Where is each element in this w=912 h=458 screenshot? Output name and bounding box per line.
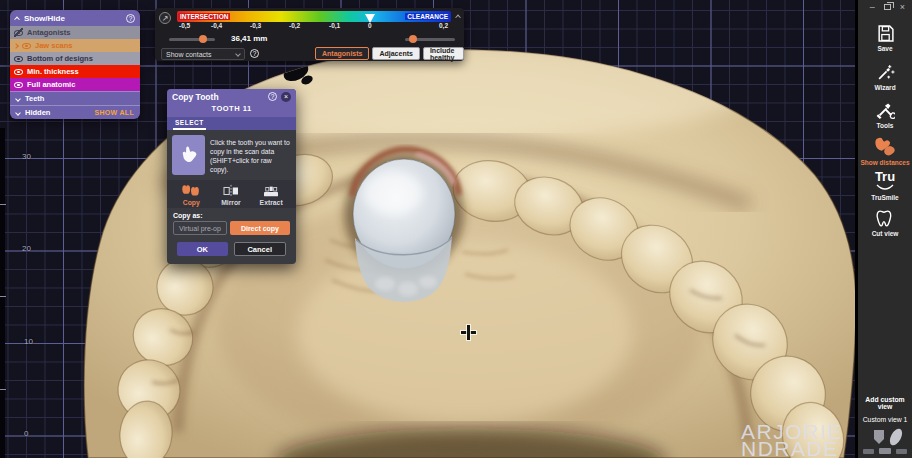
- show-all-button[interactable]: SHOW ALL: [95, 109, 134, 116]
- min-range-slider[interactable]: [169, 38, 215, 41]
- direct-copy-button[interactable]: Direct copy: [230, 221, 290, 235]
- layer-row-jaw-scans[interactable]: Jaw scans: [10, 39, 140, 52]
- eye-icon[interactable]: [14, 67, 23, 76]
- close-button[interactable]: ×: [900, 2, 905, 12]
- show-distances-button[interactable]: Show distances: [858, 136, 912, 166]
- wizard-wand-icon: [876, 63, 895, 82]
- eye-off-icon[interactable]: [14, 28, 23, 37]
- view-orientation-icons[interactable]: [860, 428, 910, 454]
- expand-icon[interactable]: ↗: [159, 12, 171, 24]
- dialog-tabs: SELECT: [167, 117, 296, 130]
- layer-label: Antagonists: [27, 28, 70, 37]
- right-toolbar: – × Save Wizard: [855, 0, 912, 458]
- group-hidden[interactable]: Hidden SHOW ALL: [10, 105, 140, 119]
- expand-chevron-icon[interactable]: [13, 43, 19, 49]
- help-icon[interactable]: ?: [126, 14, 135, 23]
- copy-tooth-dialog: Copy Tooth ? × TOOTH 11 SELECT Click the…: [167, 89, 296, 264]
- tru-logo: Tru: [875, 171, 895, 182]
- collapse-chevron-icon: [14, 17, 20, 23]
- group-label: Hidden: [25, 108, 50, 117]
- hand-select-icon: [178, 144, 200, 166]
- layer-label: Min. thickness: [27, 67, 79, 76]
- adjacents-button[interactable]: Adjacents: [372, 47, 419, 60]
- layer-label: Jaw scans: [35, 41, 73, 50]
- tooth-number-label: TOOTH 11: [167, 104, 296, 117]
- tab-select[interactable]: SELECT: [173, 117, 206, 130]
- select-tooth-tile: [172, 135, 205, 175]
- max-range-slider[interactable]: [405, 38, 455, 41]
- cut-view-icon: [875, 209, 896, 228]
- show-contacts-dropdown[interactable]: Show contacts: [161, 48, 245, 60]
- app-window: 30 20 10 0: [0, 0, 912, 458]
- minimize-button[interactable]: –: [870, 2, 875, 12]
- add-custom-view-button[interactable]: Add custom view: [858, 396, 912, 410]
- smile-arc-icon: [875, 184, 895, 192]
- help-icon[interactable]: ?: [268, 92, 277, 101]
- measurement-value: 36,41 mm: [231, 34, 267, 43]
- layer-row-bottom-of-designs[interactable]: Bottom of designs: [10, 52, 140, 65]
- clearance-gradient-bar[interactable]: INTERSECTION CLEARANCE: [177, 11, 451, 22]
- mode-copy[interactable]: Copy: [180, 184, 202, 206]
- virtual-preop-button[interactable]: Virtual pre-op: [173, 221, 227, 235]
- dialog-header[interactable]: Copy Tooth ? ×: [167, 89, 296, 104]
- include-healthy-button[interactable]: Include healthy: [423, 47, 464, 60]
- collapse-panel-icon[interactable]: [455, 15, 461, 21]
- save-icon: [876, 24, 895, 43]
- show-hide-header[interactable]: Show/Hide ?: [10, 10, 140, 26]
- eye-icon[interactable]: [14, 54, 23, 63]
- cut-view-button[interactable]: Cut view: [858, 209, 912, 237]
- crosshair-cursor: [461, 325, 476, 340]
- tools-button[interactable]: Tools: [858, 101, 912, 129]
- close-icon[interactable]: ×: [281, 92, 291, 102]
- restore-button[interactable]: [884, 4, 891, 10]
- slider-handle[interactable]: [199, 35, 207, 43]
- instruction-text: Click the tooth you want to copy in the …: [210, 135, 291, 175]
- slider-handle[interactable]: [409, 35, 417, 43]
- copy-teeth-icon: [180, 184, 202, 198]
- show-distances-icon: [873, 136, 897, 157]
- show-hide-panel: Show/Hide ? Antagonists Jaw scans Bottom…: [10, 10, 140, 119]
- layer-label: Full anatomic: [27, 80, 75, 89]
- layer-row-min-thickness[interactable]: Min. thickness: [10, 65, 140, 78]
- layer-label: Bottom of designs: [27, 54, 93, 63]
- trusmile-button[interactable]: Tru TruSmile: [858, 171, 912, 201]
- panel-title: Show/Hide: [24, 14, 121, 23]
- layer-row-full-anatomic[interactable]: Full anatomic: [10, 78, 140, 91]
- gradient-ticks: -0,5 -0,4 -0,3 -0,2 -0,1 0 0,2: [177, 22, 451, 30]
- save-button[interactable]: Save: [858, 24, 912, 52]
- chevron-down-icon: [15, 110, 21, 116]
- chevron-down-icon: [235, 51, 241, 57]
- ok-button[interactable]: OK: [177, 242, 228, 256]
- copy-as-label: Copy as:: [167, 208, 296, 221]
- dialog-title: Copy Tooth: [172, 92, 264, 102]
- distance-panel: ↗ INTERSECTION CLEARANCE -0,5 -0,4 -0,3 …: [155, 8, 464, 61]
- watermark: ARJORIE NDRADE: [741, 423, 843, 457]
- antagonists-button[interactable]: Antagonists: [315, 47, 369, 60]
- mirror-icon: [221, 184, 241, 198]
- intersection-label: INTERSECTION: [178, 13, 230, 20]
- group-teeth[interactable]: Teeth: [10, 91, 140, 105]
- help-icon[interactable]: ?: [250, 49, 259, 58]
- clearance-label: CLEARANCE: [405, 13, 450, 20]
- extract-icon: [261, 184, 281, 198]
- custom-view-1-button[interactable]: Custom view 1: [858, 416, 912, 423]
- wizard-button[interactable]: Wizard: [858, 63, 912, 91]
- mode-extract[interactable]: Extract: [260, 184, 283, 206]
- group-label: Teeth: [25, 94, 44, 103]
- chevron-down-icon: [15, 96, 21, 102]
- cancel-button[interactable]: Cancel: [234, 242, 287, 256]
- eye-icon[interactable]: [22, 41, 31, 50]
- tools-icon: [876, 101, 895, 120]
- mode-mirror[interactable]: Mirror: [221, 184, 241, 206]
- eye-icon[interactable]: [14, 80, 23, 89]
- layer-row-antagonists[interactable]: Antagonists: [10, 26, 140, 39]
